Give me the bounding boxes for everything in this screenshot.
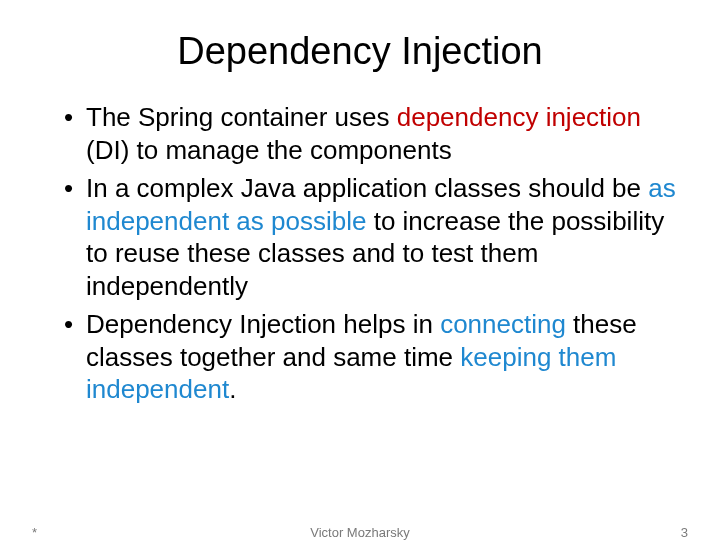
slide-number: 3 — [681, 525, 688, 540]
highlight-blue: connecting — [440, 309, 566, 339]
bullet-item: The Spring container uses dependency inj… — [64, 101, 680, 166]
bullet-item: Dependency Injection helps in connecting… — [64, 308, 680, 406]
slide-title: Dependency Injection — [40, 30, 680, 73]
footer-author: Victor Mozharsky — [0, 525, 720, 540]
bullet-text: . — [229, 374, 236, 404]
bullet-text: Dependency Injection helps in — [86, 309, 440, 339]
bullet-text: In a complex Java application classes sh… — [86, 173, 648, 203]
bullet-text: The Spring container uses — [86, 102, 397, 132]
bullet-item: In a complex Java application classes sh… — [64, 172, 680, 302]
bullet-text: (DI) to manage the components — [86, 135, 452, 165]
highlight-red: dependency injection — [397, 102, 641, 132]
bullet-list: The Spring container uses dependency inj… — [40, 101, 680, 406]
